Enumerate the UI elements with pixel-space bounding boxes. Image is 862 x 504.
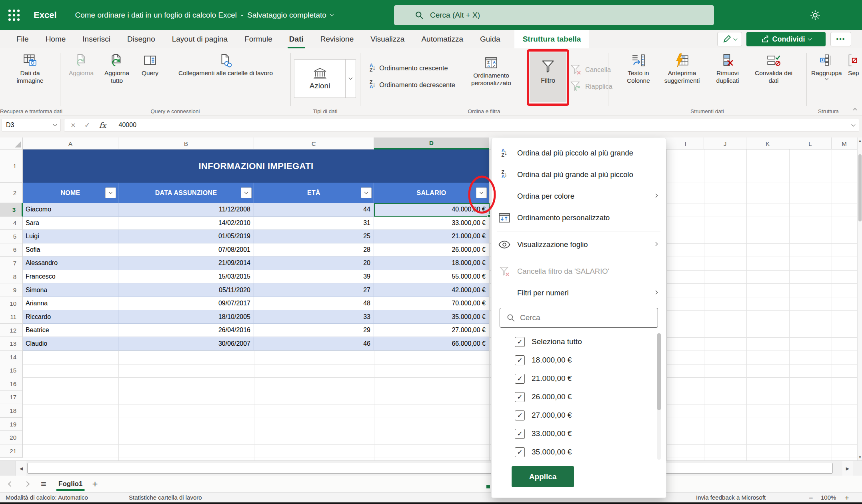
table-cell-salary[interactable]: 26.000,00 € <box>374 243 489 257</box>
row-header-20[interactable]: 20 <box>0 431 23 444</box>
reapply-filter-button[interactable]: Riapplica <box>570 80 612 92</box>
column-header-M[interactable]: M <box>832 137 857 149</box>
tab-home[interactable]: Home <box>37 30 74 48</box>
filter-search-input[interactable] <box>520 313 640 322</box>
tab-automatizza[interactable]: Automatizza <box>413 30 472 48</box>
table-title[interactable]: INFORMAZIONI IMPIEGATI <box>23 149 489 183</box>
table-cell-age[interactable]: 28 <box>254 243 374 257</box>
filter-button[interactable]: Filtro <box>530 52 566 102</box>
table-cell-salary[interactable]: 55.000,00 € <box>374 270 489 284</box>
document-title[interactable]: Come ordinare i dati in un foglio di cal… <box>75 11 333 20</box>
row-header-14[interactable]: 14 <box>0 351 23 364</box>
menu-item-sort-by-color[interactable]: Ordina per colore <box>492 185 666 207</box>
previous-sheet-icon[interactable] <box>6 480 16 488</box>
column-header-D[interactable]: D <box>374 137 489 149</box>
actions-button-main[interactable]: Azioni <box>294 60 345 98</box>
table-cell-salary[interactable]: 33.000,00 € <box>374 217 489 230</box>
column-header-L[interactable]: L <box>789 137 832 149</box>
table-cell-name[interactable]: Simona <box>23 283 118 297</box>
horizontal-scrollbar[interactable]: ◀ ▶ <box>0 460 862 476</box>
data-from-picture-button[interactable]: Dati da immagine <box>8 48 52 84</box>
row-header-2[interactable]: 2 <box>0 183 23 203</box>
table-cell-date[interactable]: 01/05/2019 <box>118 230 254 243</box>
row-header-9[interactable]: 9 <box>0 283 23 297</box>
collapse-ribbon-icon[interactable] <box>853 108 857 112</box>
table-cell-salary[interactable]: 27.000,00 € <box>374 324 489 337</box>
list-scrollbar-thumb[interactable] <box>657 333 661 410</box>
query-button[interactable]: Query <box>137 48 163 116</box>
search-input[interactable] <box>430 11 670 20</box>
row-header-15[interactable]: 15 <box>0 364 23 378</box>
tab-guida[interactable]: Guida <box>472 30 509 48</box>
tab-file[interactable]: File <box>8 30 37 48</box>
next-sheet-icon[interactable] <box>22 480 32 488</box>
sort-ascending-button[interactable]: AZ↓ Ordinamento crescente <box>370 64 448 72</box>
refresh-button[interactable]: Aggiorna <box>66 48 97 116</box>
scroll-left-icon[interactable]: ◀ <box>16 461 26 476</box>
ungroup-button[interactable]: Sep <box>845 48 862 80</box>
sort-descending-button[interactable]: ZA↓ Ordinamento decrescente <box>370 80 455 89</box>
table-cell-name[interactable]: Sofia <box>23 243 118 257</box>
row-header-1[interactable]: 1 <box>0 149 23 183</box>
checkbox-checked-icon[interactable]: ✓ <box>515 374 525 384</box>
row-header-6[interactable]: 6 <box>0 243 23 257</box>
send-feedback-link[interactable]: Invia feedback a Microsoft <box>696 494 766 501</box>
select-all-corner[interactable] <box>0 137 23 149</box>
menu-item-number-filters[interactable]: Filtri per numeri <box>492 282 666 304</box>
sheet-list-icon[interactable]: ≡ <box>41 478 46 490</box>
actions-split-button[interactable]: Azioni <box>294 59 356 98</box>
refresh-all-button[interactable]: Aggiorna tutto <box>99 48 134 116</box>
checkbox-checked-icon[interactable]: ✓ <box>515 447 525 457</box>
table-cell-name[interactable]: Sara <box>23 217 118 230</box>
table-cell-salary[interactable]: 18.000,00 € <box>374 257 489 270</box>
table-resize-handle[interactable] <box>486 485 490 488</box>
column-header-J[interactable]: J <box>704 137 746 149</box>
tab-formule[interactable]: Formule <box>236 30 281 48</box>
row-header-3[interactable]: 3 <box>0 203 23 217</box>
apply-button[interactable]: Applica <box>512 466 574 487</box>
confirm-entry-icon[interactable]: ✓ <box>84 121 90 129</box>
zoom-in-icon[interactable]: + <box>845 494 849 502</box>
table-cell-salary[interactable]: 21.000,00 € <box>374 230 489 243</box>
table-cell-salary[interactable]: 35.000,00 € <box>374 310 489 324</box>
scroll-up-icon[interactable]: ▲ <box>858 139 862 143</box>
formula-value[interactable]: 40000 <box>113 122 137 129</box>
save-status-chevron-icon[interactable] <box>330 12 334 16</box>
row-header-7[interactable]: 7 <box>0 257 23 270</box>
row-header-12[interactable]: 12 <box>0 324 23 337</box>
table-cell-age[interactable]: 33 <box>254 310 374 324</box>
menu-item-sort-largest-smallest[interactable]: ZA↓ Ordina dal più grande al più piccolo <box>492 164 666 185</box>
table-cell-date[interactable]: 18/10/2005 <box>118 310 254 324</box>
column-header-K[interactable]: K <box>746 137 789 149</box>
zoom-out-icon[interactable]: − <box>809 494 813 502</box>
checkbox-checked-icon[interactable]: ✓ <box>515 337 525 347</box>
vertical-scrollbar[interactable]: ▲ ▼ <box>857 137 862 460</box>
text-to-columns-button[interactable]: Testo in Colonne <box>620 48 657 116</box>
table-cell-date[interactable]: 11/12/2008 <box>118 203 254 217</box>
menu-item-sheet-view[interactable]: Visualizzazione foglio <box>492 234 666 255</box>
custom-sort-button[interactable]: ZAAZ Ordinamento personalizzato <box>471 51 511 87</box>
flash-fill-button[interactable]: Anteprima suggerimenti <box>658 48 706 116</box>
row-header-13[interactable]: 13 <box>0 337 23 351</box>
row-header-8[interactable]: 8 <box>0 270 23 284</box>
table-cell-age[interactable]: 44 <box>254 203 374 217</box>
table-cell-date[interactable]: 21/09/2014 <box>118 257 254 270</box>
tab-inserisci[interactable]: Inserisci <box>74 30 119 48</box>
filter-checkbox-item[interactable]: ✓35.000,00 € <box>492 443 666 461</box>
column-header-C[interactable]: C <box>254 137 374 149</box>
scroll-down-icon[interactable]: ▼ <box>858 455 862 459</box>
data-validation-button[interactable]: Convalida dei dati <box>750 48 798 116</box>
filter-checkbox-item[interactable]: ✓21.000,00 € <box>492 369 666 388</box>
save-status[interactable]: Salvataggio completato <box>247 11 326 20</box>
settings-gear-icon[interactable] <box>809 9 822 22</box>
menu-item-sort-smallest-largest[interactable]: AZ↓ Ordina dal più piccolo al più grande <box>492 142 666 164</box>
checkbox-checked-icon[interactable]: ✓ <box>515 410 525 420</box>
row-header-16[interactable]: 16 <box>0 377 23 391</box>
row-header-5[interactable]: 5 <box>0 230 23 243</box>
table-cell-date[interactable]: 05/11/2020 <box>118 283 254 297</box>
workbook-links-button[interactable]: Collegamenti alle cartelle di lavoro <box>166 48 286 116</box>
group-button[interactable]: Raggruppa <box>811 48 842 80</box>
row-header-10[interactable]: 10 <box>0 297 23 311</box>
insert-function-icon[interactable]: fx <box>99 121 106 129</box>
tab-visualizza[interactable]: Visualizza <box>362 30 413 48</box>
